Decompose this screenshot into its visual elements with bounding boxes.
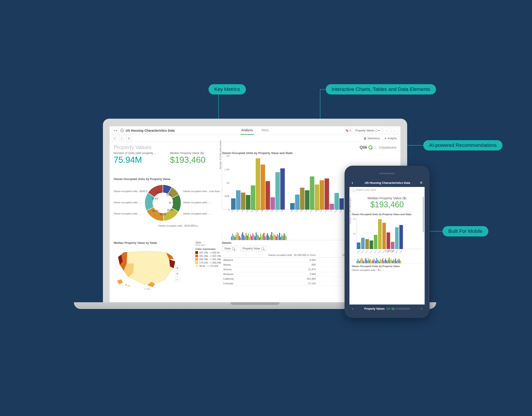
tab-analysis[interactable]: Analysis	[240, 126, 254, 135]
bar[interactable]	[300, 188, 304, 209]
app-topbar: ≡ ▾ US Housing Characteristics Data Anal…	[110, 126, 400, 135]
selections-button[interactable]: ▦Selections	[362, 137, 381, 140]
chart-title: Median Property Value by State	[114, 241, 193, 245]
kpi-median[interactable]: Median Property Value ($) $193,460	[170, 151, 221, 177]
list-item[interactable]: Owner-occupied units - $1...	[350, 268, 425, 272]
y-axis-label: Number of Units (with proper...	[219, 139, 222, 169]
bar[interactable]	[320, 180, 324, 209]
qlik-logo-icon	[369, 145, 372, 149]
selections-toolbar: ⟨⟨ ⟩ ⊘ ▦Selections ✦Insights	[110, 135, 400, 142]
bar[interactable]	[391, 242, 394, 249]
mobile-search[interactable]: Search your data	[350, 187, 425, 193]
map-attribution: © Qlik	[144, 288, 150, 290]
forward-icon[interactable]: ⟩	[119, 136, 124, 141]
map-panel[interactable]: Median Property Value by State	[114, 241, 221, 291]
zoom-in-icon[interactable]: ⊕	[175, 266, 180, 270]
back-icon[interactable]: ‹	[352, 180, 353, 185]
brand-label: Qlik	[360, 145, 367, 150]
insights-button[interactable]: ✦Insights	[383, 137, 398, 140]
bar[interactable]	[387, 232, 390, 249]
kpi-units[interactable]: Number of Units (with property ... 75.94…	[114, 151, 165, 177]
bar[interactable]	[251, 185, 255, 209]
bar[interactable]	[241, 193, 246, 209]
kpi-value: $193,460	[350, 200, 425, 209]
kpi-label: Median Property Value ($)	[350, 196, 425, 200]
donut-seg-label: Owner-occupied units - ...	[114, 201, 142, 204]
donut-seg-label: Owner-occupied units - $500,0...	[114, 190, 149, 193]
back-icon[interactable]: ⟨⟨	[112, 136, 117, 141]
tab-story[interactable]: Story	[261, 126, 270, 135]
donut-seg-label: Owner-occupied units - ...	[183, 212, 211, 215]
next-icon[interactable]: ›	[421, 307, 422, 310]
bar[interactable]	[395, 227, 399, 249]
chart-title: Owner-Occupied Units by Property Value a…	[350, 211, 425, 217]
bar[interactable]	[357, 242, 361, 249]
chart-title: Owner-Occupied Units by Property Value a…	[222, 151, 396, 155]
bar[interactable]	[365, 239, 369, 249]
scrollbar[interactable]	[423, 197, 424, 232]
kpi-row: Number of Units (with property ... 75.94…	[114, 151, 221, 177]
bar[interactable]	[280, 168, 285, 209]
search-icon	[262, 248, 264, 250]
donut-chart[interactable]	[143, 183, 183, 223]
mobile-title: US Housing Characteristics Data	[355, 181, 420, 185]
svg-point-1	[128, 285, 129, 286]
filter-property-value[interactable]: Property Value	[240, 246, 266, 251]
menu-icon[interactable]: ≡	[420, 180, 422, 185]
bar[interactable]	[370, 240, 373, 249]
next-sheet-button[interactable]: ›	[391, 128, 398, 133]
bar[interactable]	[315, 185, 319, 209]
bar[interactable]	[399, 225, 403, 249]
choropleth-map[interactable]	[114, 246, 181, 288]
list-title: Owner-Occupied Units by Property Value	[350, 264, 425, 268]
bar[interactable]	[374, 235, 377, 249]
menu-icon[interactable]: ≡ ▾	[112, 128, 119, 133]
svg-point-0	[125, 284, 127, 286]
table-header: Owner-occupied units - $1,000,000 or mor…	[242, 253, 317, 258]
bar[interactable]	[246, 195, 250, 209]
bar[interactable]	[325, 178, 329, 209]
map-legend: State Area layer Color expression 422.18…	[195, 241, 221, 291]
donut-seg-label: Owner-occupied units - ...	[183, 201, 211, 204]
kpi-value: 75.94M	[114, 155, 165, 165]
phone-speaker	[379, 173, 395, 174]
svg-point-2	[129, 286, 130, 287]
mobile-footer: ‹ Property Values Qlik | DataMarket ›	[350, 305, 425, 313]
y-axis-label: Number of Units (with propert...	[350, 196, 352, 224]
bar[interactable]	[266, 181, 270, 209]
bar[interactable]	[361, 238, 365, 249]
callout-line	[429, 231, 443, 231]
clear-icon[interactable]: ⊘	[126, 136, 132, 141]
search-placeholder: Search your data	[355, 188, 376, 191]
bar[interactable]	[310, 177, 314, 209]
bar[interactable]	[382, 223, 386, 249]
callout-key-metrics: Key Metrics	[209, 84, 246, 94]
kpi-label: Median Property Value ($)	[170, 151, 221, 155]
bar[interactable]	[256, 158, 260, 209]
bar[interactable]	[378, 219, 382, 249]
bookmark-icon[interactable]: 🔖 ▾	[345, 128, 352, 133]
bar[interactable]	[305, 190, 309, 209]
bar[interactable]	[334, 193, 339, 209]
filter-state[interactable]: State	[222, 246, 237, 251]
search-icon	[232, 248, 235, 250]
zoom-out-icon[interactable]: ⊖	[175, 271, 180, 276]
kpi-label: Number of Units (with property ...	[114, 151, 165, 155]
callout-interactive: Interactive Charts, Tables and Data Elem…	[326, 84, 436, 94]
bar[interactable]	[236, 190, 240, 209]
mobile-kpi[interactable]: Median Property Value ($) $193,460	[350, 193, 425, 211]
donut-panel[interactable]: Owner-Occupied Units by Property Value 8…	[114, 177, 221, 229]
bar[interactable]	[261, 165, 265, 209]
bar[interactable]	[276, 172, 280, 209]
callout-line	[405, 145, 423, 146]
bar[interactable]	[295, 195, 300, 209]
mobile-bar-chart[interactable]: Number of Units (with propert... 2M 1M C…	[350, 217, 425, 257]
globe-icon	[120, 129, 124, 132]
app-title: US Housing Characteristics Data	[126, 129, 175, 132]
donut-seg-label: Owner-occupied units - $150,000 to...	[158, 224, 199, 227]
page-title: Property Values	[114, 144, 152, 150]
prev-sheet-button[interactable]: ‹	[383, 128, 390, 133]
callout-ai: AI-powered Recommendations	[423, 140, 503, 150]
sheet-selector[interactable]: Property Values ▢ ▾	[353, 128, 382, 133]
reset-zoom-icon[interactable]: ⌂	[175, 277, 180, 282]
